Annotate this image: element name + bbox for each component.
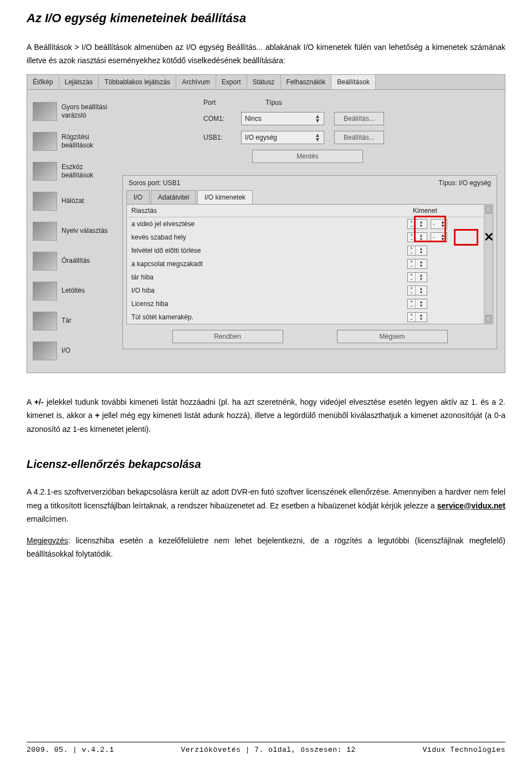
sidebar-icon — [33, 222, 57, 241]
sidebar-item[interactable]: Tár — [30, 306, 117, 336]
ok-button[interactable]: Rendben — [172, 330, 283, 343]
top-tab-többablakos lejátszás[interactable]: Többablakos lejátszás — [99, 75, 176, 89]
top-tab-beállítások[interactable]: Beállítások — [331, 75, 376, 89]
inner-tabs: I/OAdatátvitelI/O kimenetek — [123, 190, 497, 204]
section-heading: Licensz-ellenőrzés bekapcsolása — [27, 458, 505, 471]
alarm-row: Túl sötét kamerakép.+−▲▼ — [127, 310, 484, 324]
intro-paragraph: A Beállítások > I/O beállítások almenübe… — [27, 41, 505, 68]
port-row: COM1:Nincs▲▼Beállítás... — [203, 112, 495, 125]
inner-tab[interactable]: I/O kimenetek — [197, 190, 253, 204]
alarm-label: felvétel idő előtti törlése — [131, 247, 407, 254]
top-tab-felhasználók[interactable]: Felhasználók — [281, 75, 332, 89]
alarm-controls: +−▲▼ — [407, 246, 479, 256]
sidebar-icon — [33, 162, 57, 181]
alarm-controls: +−▲▼ — [407, 259, 479, 269]
alarm-controls: +−▲▼ — [407, 272, 479, 282]
port-type-combo[interactable]: I/O egység▲▼ — [241, 131, 324, 144]
plus-minus-stepper[interactable]: +−▲▼ — [407, 246, 427, 256]
alarm-row: I/O hiba+−▲▼ — [127, 284, 484, 297]
top-tab-archívum[interactable]: Archívum — [176, 75, 216, 89]
alarm-controls: +−▲▼ — [407, 299, 479, 309]
sidebar-item[interactable]: Gyors beállítási varázsló — [30, 96, 117, 126]
plus-minus-stepper[interactable]: +−▲▼ — [407, 259, 427, 269]
alarm-label: I/O hiba — [131, 287, 407, 294]
port-label: COM1: — [203, 115, 231, 123]
port-settings-button[interactable]: Beállítás... — [334, 131, 384, 144]
port-settings-button[interactable]: Beállítás... — [334, 112, 384, 125]
sidebar-icon — [33, 282, 57, 300]
plus-minus-stepper[interactable]: +−▲▼ — [407, 312, 427, 322]
sidebar-label: Nyelv választás — [62, 227, 108, 235]
serial-port-label: Soros port: USB1 — [129, 179, 180, 187]
plus-minus-stepper[interactable]: +−▲▼ — [407, 299, 427, 309]
explain-paragraph: A +/- jelekkel tudunk további kimeneti l… — [27, 395, 505, 436]
sidebar-item[interactable]: Óraállítás — [30, 246, 117, 276]
io-subpanel: Soros port: USB1 Típus: I/O egység I/OAd… — [122, 175, 497, 349]
inner-tab[interactable]: Adatátvitel — [151, 190, 196, 204]
port-col-header: Port — [203, 99, 216, 106]
alarm-list-box: Riasztás Kimenet a videó jel elvesztése+… — [126, 204, 493, 324]
scrollbar[interactable] — [484, 205, 493, 324]
sidebar-item[interactable]: Eszköz beállítások — [30, 156, 117, 186]
type-label: Típus: I/O egység — [438, 179, 491, 187]
sidebar-label: Hálózat — [62, 197, 84, 205]
settings-main: Port Típus COM1:Nincs▲▼Beállítás...USB1:… — [120, 90, 505, 373]
footer-center: Verziókövetés | 7. oldal, összesen: 12 — [181, 746, 355, 754]
alarm-controls: +−▲▼ — [407, 312, 479, 322]
screenshot-panel: ÉlőképLejátszásTöbbablakos lejátszásArch… — [27, 74, 505, 373]
footer-right: Vidux Technologies — [423, 746, 505, 754]
alarm-label: kevés szabad hely — [131, 233, 407, 241]
license-paragraph: A 4.2.1-es szoftververzióban bekapcsolás… — [27, 485, 505, 526]
alarm-label: tár hiba — [131, 273, 407, 281]
sidebar-item[interactable]: Letöltés — [30, 276, 117, 306]
save-button[interactable]: Mentés — [252, 150, 363, 163]
alarm-label: a kapcsolat megszakadt — [131, 260, 407, 268]
port-type-combo[interactable]: Nincs▲▼ — [241, 112, 324, 125]
highlight-box-2 — [454, 229, 478, 246]
output-col-header: Kimenet — [413, 207, 479, 215]
plus-minus-stepper[interactable]: +−▲▼ — [407, 286, 427, 296]
alarm-row: tár hiba+−▲▼ — [127, 271, 484, 284]
footer-left: 2009. 05. | v.4.2.1 — [27, 746, 114, 754]
sidebar-item[interactable]: Hálózat — [30, 186, 117, 216]
alarm-label: Túl sötét kamerakép. — [131, 313, 407, 321]
sidebar-icon — [33, 192, 57, 211]
alarm-row: a kapcsolat megszakadt+−▲▼ — [127, 257, 484, 271]
top-tab-élőkép[interactable]: Élőkép — [27, 75, 59, 89]
port-row: USB1:I/O egység▲▼Beállítás... — [203, 131, 495, 144]
email-link[interactable]: service@vidux.net — [437, 501, 505, 510]
sidebar-label: Eszköz beállítások — [62, 163, 115, 179]
sidebar-icon — [33, 312, 57, 330]
sidebar-label: Gyors beállítási varázsló — [62, 103, 115, 119]
cancel-button[interactable]: Mégsem — [337, 330, 448, 343]
sidebar-icon — [33, 102, 57, 121]
sidebar-label: Tár — [62, 317, 71, 324]
sidebar-label: Óraállítás — [62, 257, 90, 264]
settings-sidebar: Gyors beállítási varázslóRögzítési beáll… — [27, 90, 120, 373]
top-tab-lejátszás[interactable]: Lejátszás — [59, 75, 99, 89]
sidebar-item[interactable]: Nyelv választás — [30, 216, 117, 246]
highlight-box-1 — [414, 216, 446, 242]
alarm-row: felvétel idő előtti törlése+−▲▼ — [127, 244, 484, 257]
sidebar-icon — [33, 132, 57, 151]
sidebar-icon — [33, 252, 57, 271]
type-col-header: Típus — [265, 99, 282, 106]
page-footer: 2009. 05. | v.4.2.1 Verziókövetés | 7. o… — [27, 742, 505, 754]
inner-tab[interactable]: I/O — [126, 190, 150, 204]
note-paragraph: Megjegyzés: licenszhiba esetén a kezelőf… — [27, 534, 505, 561]
alarm-controls: +−▲▼ — [407, 286, 479, 296]
port-label: USB1: — [203, 134, 231, 141]
alarm-label: a videó jel elvesztése — [131, 220, 407, 228]
sidebar-label: I/O — [62, 347, 70, 354]
alarm-col-header: Riasztás — [131, 207, 413, 215]
top-tab-státusz[interactable]: Státusz — [247, 75, 281, 89]
sidebar-item[interactable]: Rögzítési beállítások — [30, 126, 117, 156]
page-title: Az I/O egység kimeneteinek beállítása — [27, 11, 505, 26]
top-tab-export[interactable]: Export — [216, 75, 247, 89]
sidebar-item[interactable]: I/O — [30, 336, 117, 366]
alarm-label: Licensz hiba — [131, 300, 407, 308]
top-tab-bar: ÉlőképLejátszásTöbbablakos lejátszásArch… — [27, 75, 505, 90]
plus-minus-stepper[interactable]: +−▲▼ — [407, 272, 427, 282]
sidebar-label: Letöltés — [62, 287, 85, 294]
sidebar-icon — [33, 342, 57, 360]
